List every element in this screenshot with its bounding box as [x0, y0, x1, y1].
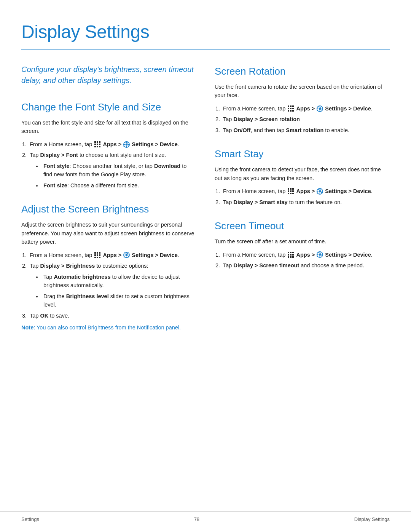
svg-point-10	[126, 143, 128, 145]
svg-rect-63	[288, 193, 289, 194]
list-item: Tap OK to save.	[28, 312, 196, 320]
section-screen-timeout-body: Turn the screen off after a set amount o…	[215, 237, 390, 246]
section-brightness-title: Adjust the Screen Brightness	[21, 202, 196, 217]
settings-icon	[317, 251, 323, 258]
svg-rect-58	[290, 188, 292, 190]
svg-rect-51	[317, 108, 318, 109]
footer-left: Settings	[21, 516, 39, 523]
section-rotation-body: Use the front camera to rotate the scree…	[215, 83, 390, 100]
list-item: Tap Display > Smart stay to turn the fea…	[221, 198, 390, 206]
svg-rect-88	[320, 256, 320, 257]
svg-rect-59	[292, 188, 294, 190]
intro-text: Configure your display's brightness, scr…	[21, 64, 196, 86]
footer-center: 78	[194, 516, 199, 523]
svg-rect-81	[292, 254, 294, 256]
list-item: Tap Display > Font to choose a font styl…	[28, 151, 196, 190]
svg-rect-24	[99, 254, 100, 256]
section-screen-timeout-steps: From a Home screen, tap Apps > Settings …	[221, 251, 390, 270]
svg-point-48	[319, 107, 321, 110]
settings-icon	[317, 105, 323, 112]
list-item: Font size: Choose a different font size.	[42, 181, 196, 190]
svg-rect-70	[317, 191, 318, 192]
note-text: Note: You can also control Brightness fr…	[21, 324, 196, 332]
section-brightness-body: Adjust the screen brightness to suit you…	[21, 220, 196, 246]
svg-rect-55	[320, 106, 322, 108]
section-rotation-title: Screen Rotation	[215, 64, 390, 79]
svg-rect-46	[292, 110, 294, 112]
list-item: From a Home screen, tap Apps > Settings …	[221, 187, 390, 195]
svg-rect-79	[288, 254, 289, 256]
svg-rect-93	[320, 252, 322, 254]
svg-rect-65	[292, 193, 294, 194]
section-brightness-steps: From a Home screen, tap Apps > Settings …	[28, 251, 196, 320]
svg-rect-11	[126, 141, 127, 142]
svg-rect-82	[288, 256, 289, 258]
svg-rect-36	[127, 253, 128, 254]
svg-point-29	[126, 254, 128, 256]
svg-rect-26	[97, 257, 98, 258]
section-smart-stay-body: Using the front camera to detect your fa…	[215, 165, 390, 182]
font-bullets: Font style: Choose another font style, o…	[42, 162, 196, 190]
svg-rect-41	[288, 108, 289, 109]
svg-rect-4	[97, 144, 98, 145]
svg-rect-22	[94, 254, 96, 256]
list-item: From a Home screen, tap Apps > Settings …	[28, 251, 196, 259]
settings-icon	[317, 188, 323, 195]
apps-icon	[288, 252, 294, 258]
list-item: Tap Automatic brightness to allow the de…	[42, 273, 196, 290]
svg-rect-40	[292, 105, 294, 107]
list-item: Tap Display > Screen rotation	[221, 115, 390, 123]
svg-point-67	[319, 190, 321, 192]
svg-rect-64	[290, 193, 292, 194]
svg-rect-45	[290, 110, 292, 112]
list-item: From a Home screen, tap Apps > Settings …	[28, 140, 196, 149]
svg-rect-77	[290, 252, 292, 253]
note-label: Note	[21, 324, 33, 331]
section-rotation-steps: From a Home screen, tap Apps > Settings …	[221, 104, 390, 134]
section-font-body: You can set the font style and size for …	[21, 118, 196, 136]
settings-icon	[123, 141, 130, 148]
svg-rect-74	[320, 189, 322, 191]
list-item: From a Home screen, tap Apps > Settings …	[221, 251, 390, 259]
svg-rect-38	[288, 105, 289, 107]
footer-right: Display Settings	[354, 516, 390, 523]
svg-rect-33	[128, 255, 129, 256]
svg-rect-84	[292, 256, 294, 258]
svg-rect-25	[94, 257, 96, 258]
svg-rect-1	[97, 141, 98, 143]
apps-icon	[94, 141, 100, 147]
section-screen-timeout: Screen Timeout Turn the screen off after…	[215, 219, 390, 270]
svg-rect-43	[292, 108, 294, 109]
svg-rect-20	[97, 252, 98, 254]
svg-rect-90	[322, 254, 323, 255]
svg-rect-87	[320, 252, 320, 253]
page-footer: Settings 78 Display Settings	[0, 511, 411, 523]
page-title: Display Settings	[21, 18, 390, 46]
svg-rect-8	[99, 146, 100, 147]
section-rotation: Screen Rotation Use the front camera to …	[215, 64, 390, 134]
svg-rect-42	[290, 108, 292, 109]
section-smart-stay-steps: From a Home screen, tap Apps > Settings …	[221, 187, 390, 206]
svg-rect-80	[290, 254, 292, 256]
svg-rect-68	[320, 189, 320, 190]
settings-icon	[123, 252, 130, 258]
svg-point-86	[319, 254, 321, 256]
right-column: Screen Rotation Use the front camera to …	[215, 64, 390, 344]
svg-rect-76	[288, 252, 289, 253]
list-item: Tap On/Off, and then tap Smart rotation …	[221, 126, 390, 134]
svg-rect-50	[320, 110, 320, 111]
brightness-bullets: Tap Automatic brightness to allow the de…	[42, 273, 196, 309]
svg-rect-2	[99, 141, 100, 143]
svg-rect-57	[288, 188, 289, 190]
svg-rect-31	[126, 257, 127, 258]
svg-rect-32	[124, 255, 125, 256]
section-font-title: Change the Font Style and Size	[21, 100, 196, 115]
svg-rect-83	[290, 256, 292, 258]
list-item: Tap Display > Brightness to customize op…	[28, 262, 196, 309]
list-item: Font style: Choose another font style, o…	[42, 162, 196, 179]
svg-rect-27	[99, 257, 100, 258]
svg-rect-19	[94, 252, 96, 254]
apps-icon	[288, 105, 294, 112]
svg-rect-78	[292, 252, 294, 253]
svg-rect-49	[320, 105, 320, 107]
